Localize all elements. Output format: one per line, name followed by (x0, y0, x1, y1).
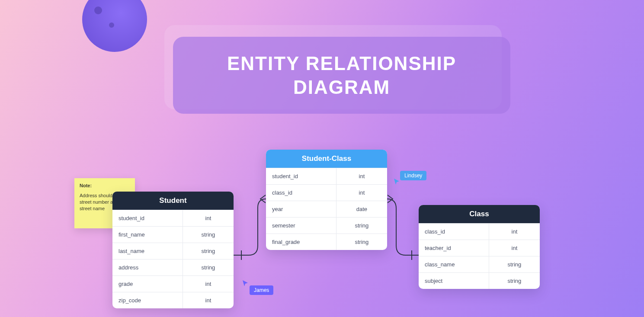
field-name: final_grade (266, 234, 336, 250)
collaborator-tag-james: James (250, 285, 273, 295)
sticky-note-label: Note: (80, 183, 130, 189)
field-name: student_id (266, 168, 336, 184)
entity-row: subjectstring (419, 272, 540, 289)
field-name: semester (266, 218, 336, 234)
field-name: subject (419, 273, 489, 289)
field-type: int (336, 168, 387, 184)
entity-class[interactable]: Class class_idint teacher_idint class_na… (419, 205, 540, 289)
field-type: int (183, 292, 234, 308)
field-name: first_name (112, 227, 183, 243)
entity-row: zip_codeint (112, 292, 234, 308)
entity-row: student_idint (112, 210, 234, 226)
field-name: zip_code (112, 292, 183, 308)
entity-row: yeardate (266, 201, 387, 217)
entity-header: Student (112, 192, 234, 210)
title-card: ENTITY RELATIONSHIP DIAGRAM (173, 37, 510, 114)
entity-student-class[interactable]: Student-Class student_idint class_idint … (266, 150, 387, 250)
field-type: string (489, 256, 540, 272)
entity-row: class_idint (266, 184, 387, 201)
field-name: teacher_id (419, 240, 489, 256)
entity-header: Class (419, 205, 540, 223)
entity-row: first_namestring (112, 226, 234, 243)
field-name: year (266, 201, 336, 217)
entity-row: final_gradestring (266, 234, 387, 250)
field-type: string (489, 273, 540, 289)
field-name: address (112, 259, 183, 275)
entity-row: gradeint (112, 275, 234, 292)
entity-row: teacher_idint (419, 240, 540, 256)
field-type: int (183, 210, 234, 226)
field-name: class_id (266, 185, 336, 201)
field-type: date (336, 201, 387, 217)
entity-row: addressstring (112, 259, 234, 275)
planet-crater (109, 22, 114, 28)
entity-row: student_idint (266, 168, 387, 184)
field-type: string (183, 259, 234, 275)
entity-header: Student-Class (266, 150, 387, 168)
field-type: int (183, 276, 234, 292)
entity-row: class_namestring (419, 256, 540, 272)
page-title: ENTITY RELATIONSHIP DIAGRAM (191, 51, 492, 99)
field-type: int (489, 224, 540, 240)
collaborator-tag-lindsey: Lindsey (400, 171, 426, 180)
field-name: grade (112, 276, 183, 292)
field-name: student_id (112, 210, 183, 226)
field-type: string (336, 218, 387, 234)
entity-row: class_idint (419, 223, 540, 240)
field-type: string (336, 234, 387, 250)
entity-row: last_namestring (112, 243, 234, 259)
field-name: last_name (112, 243, 183, 259)
planet-decoration (82, 0, 147, 52)
field-type: int (336, 185, 387, 201)
field-name: class_id (419, 224, 489, 240)
field-name: class_name (419, 256, 489, 272)
planet-crater (94, 6, 102, 14)
field-type: string (183, 227, 234, 243)
entity-row: semesterstring (266, 217, 387, 234)
field-type: int (489, 240, 540, 256)
entity-student[interactable]: Student student_idint first_namestring l… (112, 192, 234, 308)
field-type: string (183, 243, 234, 259)
